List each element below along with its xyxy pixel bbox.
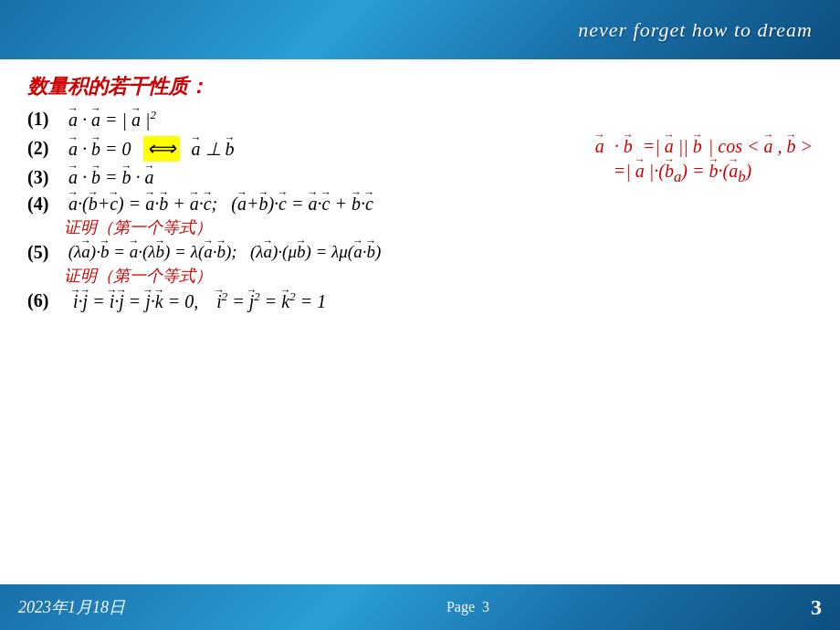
- section-title: 数量积的若干性质：: [27, 73, 813, 100]
- right-formula-line2: =| a |·(ba) = b·(ab): [614, 161, 813, 186]
- prop-6-formula: i·j = i·j = j·k = 0, i2 = j2 = k2 = 1: [64, 290, 326, 313]
- prop-1-formula: a · a = | a |2: [64, 108, 156, 131]
- footer-bar: 2023年1月18日 Page 3 3: [0, 584, 840, 630]
- property-6-row: (6) i·j = i·j = j·k = 0, i2 = j2 = k2 = …: [27, 290, 813, 313]
- right-formula-block: a · b =| a || b | cos < a , b > =| a |·(…: [595, 132, 813, 190]
- main-content: 数量积的若干性质： a · b =| a || b | cos < a , b …: [0, 59, 840, 584]
- prop-5-formula: (λa)·b = a·(λb) = λ(a·b); (λa)·(μb) = λμ…: [64, 242, 381, 262]
- prop-4-number: (4): [27, 194, 64, 215]
- property-5-row: (5) (λa)·b = a·(λb) = λ(a·b); (λa)·(μb) …: [27, 242, 813, 263]
- property-4-row: (4) a·(b+c) = a·b + a·c; (a+b)·c = a·c +…: [27, 194, 813, 215]
- prop-4-formula: a·(b+c) = a·b + a·c; (a+b)·c = a·c + b·c: [64, 194, 373, 215]
- right-formula-line1: a · b =| a || b | cos < a , b >: [595, 136, 813, 157]
- prop-2-formula: a · b = 0 ⟺ a ⊥ b: [64, 136, 235, 162]
- footer-date: 2023年1月18日: [18, 596, 125, 618]
- proof-note-1: 证明（第一个等式）: [64, 216, 813, 238]
- double-arrow-symbol: ⟺: [143, 136, 180, 162]
- prop-3-formula: a · b = b · a: [64, 167, 154, 188]
- header-text: never forget how to dream: [578, 18, 813, 42]
- prop-1-number: (1): [27, 109, 64, 130]
- footer-page-label: Page 3: [446, 599, 489, 615]
- property-1-row: (1) a · a = | a |2: [27, 108, 813, 131]
- prop-5-number: (5): [27, 242, 64, 263]
- footer-page-right: 3: [811, 595, 822, 620]
- prop-6-number: (6): [27, 290, 64, 311]
- prop-2-number: (2): [27, 138, 64, 159]
- proof-note-2: 证明（第一个等式）: [64, 265, 813, 287]
- header-bar: never forget how to dream: [0, 0, 840, 59]
- prop-3-number: (3): [27, 167, 64, 188]
